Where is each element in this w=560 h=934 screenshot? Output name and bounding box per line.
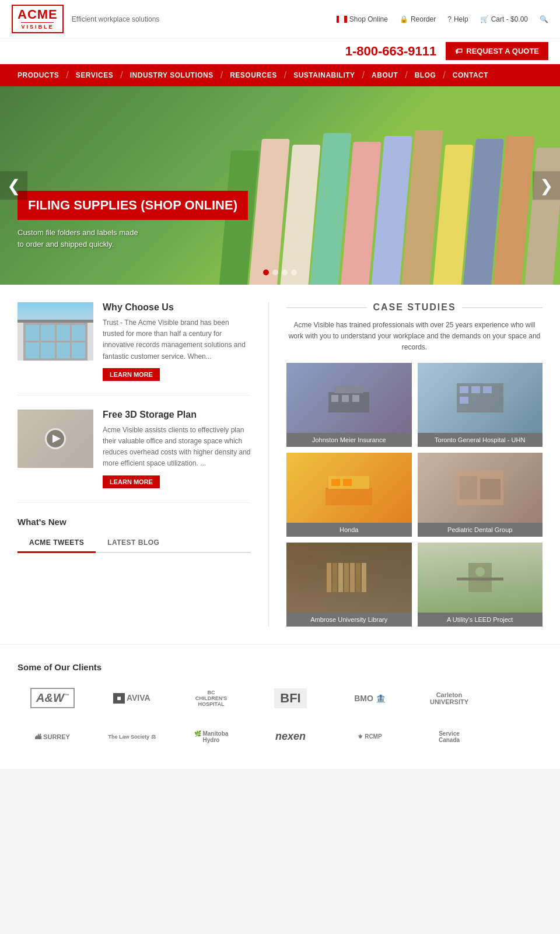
hero-subtitle: Custom file folders and labels made to o… xyxy=(18,227,146,250)
svg-rect-12 xyxy=(331,479,340,486)
client-surrey-logo: 🏙 SURREY xyxy=(35,733,70,740)
svg-rect-16 xyxy=(480,479,501,499)
nav-products[interactable]: PRODUCTS xyxy=(12,64,65,86)
clients-section: Some of Our Clients A&W™ ■ AVIVA BCCHILD… xyxy=(0,644,560,769)
window-1 xyxy=(26,325,39,341)
hero-dot-1[interactable] xyxy=(263,270,269,275)
case-card-img-johnston xyxy=(286,363,412,433)
svg-rect-19 xyxy=(338,563,343,592)
client-surrey: 🏙 SURREY xyxy=(18,722,88,751)
phone-number: 1-800-663-9111 xyxy=(345,44,437,59)
left-column: Why Choose Us Trust - The Acme Visible b… xyxy=(18,302,268,627)
svg-rect-6 xyxy=(460,386,468,393)
nav-blog[interactable]: BLOG xyxy=(409,64,442,86)
case-card-honda[interactable]: Honda xyxy=(286,453,412,537)
svg-rect-3 xyxy=(342,395,349,402)
clients-grid: A&W™ ■ AVIVA BCCHILDREN'SHOSPITAL BFI BM… xyxy=(18,684,542,751)
help-link[interactable]: ? Help xyxy=(447,15,468,23)
why-choose-us-title: Why Choose Us xyxy=(103,302,251,313)
hero-next-button[interactable]: ❯ xyxy=(533,172,560,200)
why-choose-us-learn-more[interactable]: LEARN MORE xyxy=(103,368,160,381)
svg-rect-9 xyxy=(460,397,468,404)
client-bc-logo: BCCHILDREN'SHOSPITAL xyxy=(195,690,228,707)
reorder-link[interactable]: 🔒 Reorder xyxy=(400,15,436,23)
logo-acme: ACME xyxy=(18,8,58,21)
hero-dot-2[interactable] xyxy=(272,270,278,275)
request-quote-button[interactable]: 🏷 REQUEST A QUOTE xyxy=(446,42,548,60)
free-3d-learn-more[interactable]: LEARN MORE xyxy=(103,475,160,488)
client-nexen: nexen xyxy=(256,722,326,751)
case-card-johnston[interactable]: Johnston Meier Insurance xyxy=(286,363,412,447)
reorder-label: Reorder xyxy=(411,15,436,23)
free-3d-block: Free 3D Storage Plan Acme Visible assist… xyxy=(18,410,251,503)
case-card-label-honda: Honda xyxy=(286,523,412,537)
nav-sustainability[interactable]: SUSTAINABILITY xyxy=(288,64,360,86)
case-card-leed[interactable]: A Utility's LEED Project xyxy=(418,543,543,627)
case-card-img-library xyxy=(286,543,412,613)
svg-rect-2 xyxy=(331,395,338,402)
case-card-label-johnston: Johnston Meier Insurance xyxy=(286,433,412,447)
hero-dot-3[interactable] xyxy=(282,270,288,275)
nav-industry[interactable]: INDUSTRY SOLUTIONS xyxy=(124,64,219,86)
shop-online-link[interactable]: Shop Online xyxy=(337,15,388,23)
tab-acme-tweets[interactable]: ACME TWEETS xyxy=(18,534,96,553)
logo-visible: VISIBLE xyxy=(21,22,54,30)
window-6 xyxy=(41,342,54,358)
clients-title: Some of Our Clients xyxy=(18,662,542,672)
svg-rect-10 xyxy=(326,488,372,505)
tab-latest-blog[interactable]: LATEST BLOG xyxy=(96,534,171,552)
hero-dot-4[interactable] xyxy=(291,270,297,275)
whats-new-section: What's New ACME TWEETS LATEST BLOG xyxy=(18,517,251,553)
storage-image xyxy=(18,410,93,468)
client-carleton-logo: CarletonUNIVERSITY xyxy=(430,691,468,705)
cart-icon: 🛒 xyxy=(480,15,489,23)
nav-contact[interactable]: CONTACT xyxy=(447,64,494,86)
play-button[interactable] xyxy=(45,428,66,449)
client-bfi: BFI xyxy=(256,684,326,713)
client-aw-logo: A&W™ xyxy=(30,688,75,708)
nav-services[interactable]: SERVICES xyxy=(70,64,119,86)
svg-rect-21 xyxy=(350,563,355,592)
client-law-society: The Law Society ⚖ xyxy=(97,722,167,751)
nav-about[interactable]: ABOUT xyxy=(366,64,404,86)
client-carleton: CarletonUNIVERSITY xyxy=(414,684,484,713)
cart-link[interactable]: 🛒 Cart - $0.00 xyxy=(480,15,528,23)
top-navigation: Shop Online 🔒 Reorder ? Help 🛒 Cart - $0… xyxy=(337,15,548,23)
tabs-bar: ACME TWEETS LATEST BLOG xyxy=(18,534,251,553)
logo-tagline: Efficient workplace solutions xyxy=(72,15,160,23)
svg-rect-4 xyxy=(352,395,359,402)
case-studies-grid: Johnston Meier Insurance Toronto General… xyxy=(286,363,542,627)
hero-folders-decoration xyxy=(224,86,560,285)
main-content: Why Choose Us Trust - The Acme Visible b… xyxy=(0,285,560,644)
client-bmo-logo: BMO 🏦 xyxy=(354,694,386,703)
right-column: CASE STUDIES Acme Visible has trained pr… xyxy=(268,302,542,627)
window-7 xyxy=(57,342,70,358)
svg-rect-13 xyxy=(343,479,352,486)
nav-resources[interactable]: RESOURCES xyxy=(224,64,283,86)
svg-rect-1 xyxy=(334,386,363,393)
tag-icon: 🏷 xyxy=(455,47,463,55)
free-3d-text: Free 3D Storage Plan Acme Visible assist… xyxy=(103,410,251,488)
svg-rect-17 xyxy=(327,563,331,592)
cart-label: Cart - $0.00 xyxy=(491,15,528,23)
case-card-label-dental: Pediatric Dental Group xyxy=(418,523,543,537)
help-label: Help xyxy=(454,15,468,23)
hero-prev-button[interactable]: ❮ xyxy=(0,172,27,200)
client-service-canada-logo: ServiceCanada xyxy=(439,730,460,743)
case-card-img-honda xyxy=(286,453,412,523)
logo-box: ACME VISIBLE xyxy=(12,5,64,33)
client-rcmp-logo: ⚜ RCMP xyxy=(358,733,382,740)
shop-online-label: Shop Online xyxy=(349,15,388,23)
svg-rect-23 xyxy=(362,563,366,592)
search-link[interactable]: 🔍 xyxy=(540,15,548,23)
case-card-library[interactable]: Ambrose University Library xyxy=(286,543,412,627)
window-5 xyxy=(26,342,39,358)
client-nexen-logo: nexen xyxy=(275,730,306,743)
client-bfi-logo: BFI xyxy=(274,688,306,708)
svg-rect-22 xyxy=(356,563,360,592)
case-card-dental[interactable]: Pediatric Dental Group xyxy=(418,453,543,537)
svg-rect-8 xyxy=(483,386,492,393)
case-card-toronto[interactable]: Toronto General Hospital - UHN xyxy=(418,363,543,447)
window-3 xyxy=(57,325,70,341)
hero-banner: ❮ FILING SUPPLIES (SHOP ONLINE) Custom f… xyxy=(0,86,560,285)
